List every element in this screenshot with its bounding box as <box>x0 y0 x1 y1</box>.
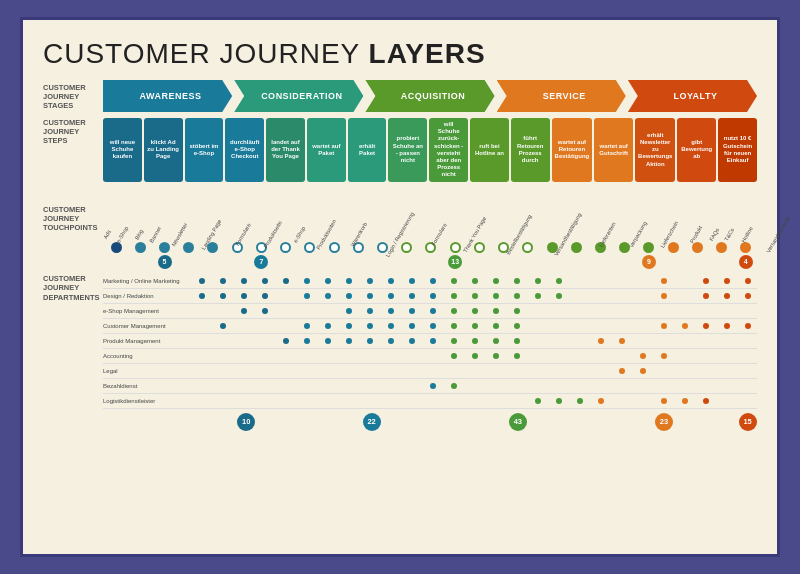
bottom-num-cell: 22 <box>362 413 381 431</box>
dept-dot-cell <box>193 319 212 333</box>
dept-dot <box>535 278 541 284</box>
dept-dot-cell <box>549 394 568 408</box>
dept-dot-cell <box>633 334 652 348</box>
bottom-num-badge: 15 <box>739 413 757 431</box>
step-10: ruft bei Hotline an <box>470 118 509 182</box>
tp-circle-wrap <box>686 242 708 269</box>
dept-dot-cell <box>654 289 673 303</box>
dept-dot-cell <box>445 334 464 348</box>
dept-dot-cell <box>738 379 757 393</box>
dept-dot-cell <box>214 349 233 363</box>
dept-dot <box>409 323 415 329</box>
bottom-num-badge: 23 <box>655 413 673 431</box>
dept-dot-cell <box>235 349 254 363</box>
dept-dot-cell <box>193 349 212 363</box>
dept-dot-cell <box>340 319 359 333</box>
bottom-num-cell <box>279 413 298 431</box>
tp-circle-wrap: 9 <box>638 242 660 269</box>
dept-dot-cell <box>675 334 694 348</box>
dept-dot-cell <box>298 289 317 303</box>
dept-dot-cell <box>696 319 715 333</box>
dept-dot-cell <box>256 319 275 333</box>
stages-container: AWARENESS CONSIDERATION ACQUISITION SERV… <box>103 80 757 112</box>
step-15: gibt Bewertung ab <box>677 118 716 182</box>
step-12: wartet auf Retouren Bestätigung <box>552 118 593 182</box>
tp-circle-wrap <box>565 242 587 269</box>
dept-dot-cell <box>612 319 631 333</box>
dept-dot-cell <box>235 289 254 303</box>
dept-dot-cell <box>340 334 359 348</box>
dept-dot-cell <box>529 349 548 363</box>
dept-dot <box>682 398 688 404</box>
stage-consideration: CONSIDERATION <box>234 80 363 112</box>
tp-circle <box>643 242 654 253</box>
tp-circle <box>522 242 533 253</box>
bottom-num-cell <box>216 413 235 431</box>
dept-dot-cell <box>591 274 610 288</box>
dept-dot-cell <box>508 319 527 333</box>
dept-dot-cell <box>696 394 715 408</box>
dept-dot <box>472 323 478 329</box>
bottom-num-badge: 10 <box>237 413 255 431</box>
dept-dot <box>577 398 583 404</box>
dept-dot-cell <box>508 394 527 408</box>
dept-dot-cell <box>445 364 464 378</box>
dept-row: Produkt Management <box>103 334 757 349</box>
bottom-num-cell <box>195 413 214 431</box>
dept-dot-cell <box>277 334 296 348</box>
dept-dot <box>346 278 352 284</box>
tp-circle <box>716 242 727 253</box>
dept-dot <box>388 293 394 299</box>
dept-dot-cell <box>717 379 736 393</box>
dept-dot-cell <box>403 349 422 363</box>
dept-dot <box>703 398 709 404</box>
dept-dot <box>661 293 667 299</box>
dept-dot-cell <box>256 274 275 288</box>
dept-dot-cell <box>256 364 275 378</box>
dept-name: Logistikdienstleister <box>103 398 193 404</box>
dept-dot-cell <box>193 364 212 378</box>
dept-dot <box>703 323 709 329</box>
dept-dot-cell <box>403 364 422 378</box>
dept-dot <box>430 293 436 299</box>
dept-dot-cell <box>298 304 317 318</box>
dept-dot-cell <box>424 364 443 378</box>
dept-dot-cell <box>696 349 715 363</box>
dept-dot <box>430 383 436 389</box>
departments-header-row: CUSTOMER JOURNEY DEPARTMENTS Marketing /… <box>43 274 757 409</box>
tp-circle <box>280 242 291 253</box>
dept-dot-cell <box>445 379 464 393</box>
dept-dot <box>241 308 247 314</box>
dept-dot <box>388 323 394 329</box>
dept-dot <box>745 278 751 284</box>
dept-dot <box>451 278 457 284</box>
dept-dot-cell <box>738 349 757 363</box>
dept-dot-cell <box>529 274 548 288</box>
dept-name: Design / Redaktion <box>103 293 193 299</box>
dept-dot-cell <box>529 379 548 393</box>
dept-dot <box>367 308 373 314</box>
dept-dot-cell <box>675 379 694 393</box>
dept-dot <box>325 293 331 299</box>
tp-circle-wrap <box>396 242 418 269</box>
dept-dot-cell <box>298 364 317 378</box>
dept-dot-cell <box>487 274 506 288</box>
bottom-num-cell <box>383 413 402 431</box>
dept-dot <box>556 398 562 404</box>
dept-dot <box>199 293 205 299</box>
bottom-numbers-row: 1022432315 <box>43 413 757 431</box>
dept-dot <box>346 293 352 299</box>
dept-dot <box>283 338 289 344</box>
tp-count-badge: 9 <box>642 255 656 269</box>
step-2: klickt Ad zu Landing Page <box>144 118 183 182</box>
dept-dot-cell <box>696 304 715 318</box>
dept-dot-cell <box>591 334 610 348</box>
dept-dot-cell <box>361 319 380 333</box>
dept-dot-cell <box>738 304 757 318</box>
dept-dot-cell <box>675 289 694 303</box>
dept-dot-cell <box>675 274 694 288</box>
dept-dot <box>220 293 226 299</box>
dept-dot-cell <box>445 304 464 318</box>
dept-name: Customer Management <box>103 323 193 329</box>
dept-name: Legal <box>103 368 193 374</box>
